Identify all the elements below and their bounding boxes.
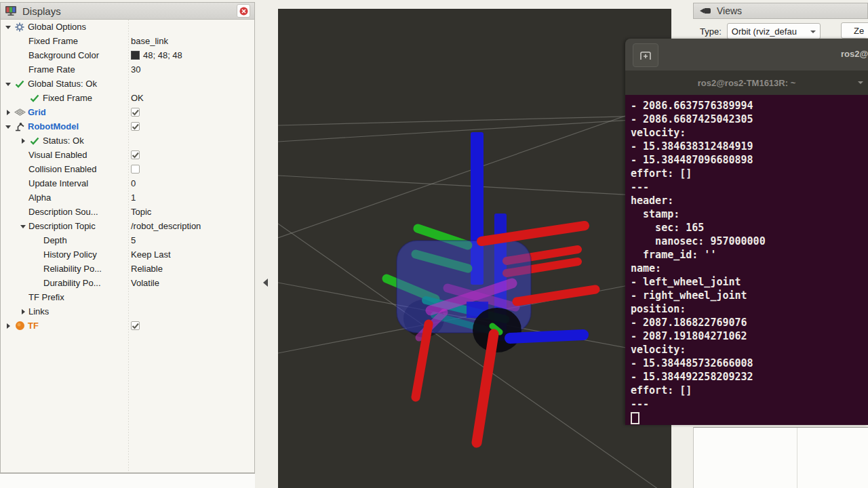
row-label: Status: Ok (43, 136, 84, 146)
expand-arrow[interactable] (20, 307, 28, 317)
property-column-divider (128, 20, 129, 472)
checkbox-checked[interactable] (131, 150, 140, 159)
row-label: Grid (28, 107, 46, 117)
enabled-checkbox[interactable] (131, 108, 140, 117)
terminal-line: --- (631, 180, 868, 194)
row-label: Frame Rate (28, 64, 75, 75)
terminal-line: - 15.384485732666008 (631, 357, 868, 370)
terminal-titlebar[interactable]: ros2@ (625, 39, 868, 70)
terminal-line: position: (631, 302, 868, 316)
expand-arrow[interactable] (20, 136, 28, 146)
expand-arrow[interactable] (5, 79, 14, 89)
new-tab-icon (639, 49, 652, 62)
terminal-line: nanosec: 957000000 (631, 235, 868, 248)
row-label: Global Options (28, 22, 86, 32)
expand-arrow[interactable] (20, 222, 28, 231)
row-label: Depth (43, 235, 67, 245)
terminal-line: velocity: (631, 343, 868, 357)
display-row-visual-enabled: Visual Enabled (1, 148, 254, 162)
panel-collapse-handle[interactable] (263, 279, 268, 287)
property-value[interactable]: Reliable (131, 264, 163, 274)
terminal-line: - 2087.186822769076 (631, 316, 868, 329)
terminal-line: - left_wheel_joint (631, 275, 868, 289)
views-panel: Views Type: Orbit (rviz_defau Ze (693, 3, 868, 39)
property-value[interactable]: 48; 48; 48 (131, 50, 182, 60)
terminal-line: - right_wheel_joint (631, 289, 868, 302)
checkbox-checked[interactable] (131, 122, 140, 131)
property-value[interactable]: Topic (131, 207, 151, 217)
arrow-spacer (20, 293, 28, 302)
expand-arrow[interactable] (5, 122, 14, 131)
property-value[interactable]: base_link (131, 36, 168, 46)
property-value[interactable]: /robot_description (131, 221, 201, 231)
new-tab-button[interactable] (633, 43, 658, 67)
property-value[interactable]: 30 (131, 64, 140, 75)
chevron-down-icon (810, 30, 816, 33)
row-label: TF Prefix (28, 292, 64, 302)
terminal-line: header: (631, 194, 868, 207)
arrow-spacer (35, 236, 43, 245)
terminal-line: --- (631, 397, 868, 411)
rviz-window: { "displays_panel": { "title": "Displays… (0, 0, 868, 488)
terminal-content[interactable]: - 2086.6637576389994- 2086.6687425042305… (625, 95, 868, 425)
view-type-value: Orbit (rviz_defau (732, 26, 797, 37)
display-row-links: Links (1, 304, 254, 319)
terminal-tabbar: ros2@ros2-TM1613R: ~ (625, 70, 868, 95)
arrow-spacer (20, 207, 28, 217)
property-value[interactable]: Keep Last (131, 249, 171, 260)
arrow-spacer (20, 51, 28, 60)
robot-icon (14, 121, 26, 132)
expand-arrow[interactable] (5, 108, 14, 117)
enabled-checkbox[interactable] (131, 321, 140, 330)
checkbox-unchecked[interactable] (131, 165, 140, 174)
checkbox-checked[interactable] (131, 321, 140, 330)
row-label: Visual Enabled (28, 150, 87, 160)
view-type-label: Type: (700, 26, 722, 37)
arrow-spacer (20, 65, 28, 75)
zero-button[interactable]: Ze (841, 22, 868, 39)
terminal-line: effort: [] (631, 384, 868, 397)
row-label: Description Sou... (28, 207, 98, 217)
terminal-line: stamp: (631, 207, 868, 221)
row-label: Fixed Frame (28, 36, 78, 46)
display-row-global-status-ok: Global Status: Ok (1, 77, 254, 91)
check-icon (28, 136, 41, 146)
property-value[interactable]: 1 (131, 192, 136, 203)
view-type-dropdown[interactable]: Orbit (rviz_defau (727, 23, 821, 39)
enabled-checkbox[interactable] (131, 122, 140, 131)
display-row-tf-prefix: TF Prefix (1, 290, 254, 304)
3d-viewport[interactable] (278, 9, 671, 488)
arrow-spacer (20, 165, 28, 174)
check-icon (14, 79, 26, 89)
property-value[interactable]: 0 (131, 178, 136, 188)
enabled-checkbox[interactable] (131, 165, 140, 174)
expand-arrow[interactable] (5, 321, 14, 331)
terminal-line: velocity: (631, 126, 868, 140)
gear-icon (14, 22, 26, 33)
enabled-checkbox[interactable] (131, 150, 140, 159)
views-list-area (693, 427, 868, 488)
terminal-line: - 15.384638312484919 (631, 140, 868, 153)
property-value[interactable]: Volatile (131, 278, 159, 288)
expand-arrow[interactable] (5, 22, 14, 32)
terminal-line: - 15.384492258209232 (631, 370, 868, 384)
terminal-tab[interactable]: ros2@ros2-TM1613R: ~ (698, 78, 796, 88)
display-row-description-topic: Description Topic/robot_description (1, 219, 254, 233)
row-label: History Policy (43, 249, 97, 260)
checkbox-checked[interactable] (131, 108, 140, 117)
tab-list-caret-icon (858, 81, 863, 84)
view-type-row: Type: Orbit (rviz_defau Ze (693, 22, 868, 40)
terminal-line: effort: [] (631, 167, 868, 180)
views-icon (699, 7, 711, 15)
display-row-fixed-frame: Fixed FrameOK (1, 91, 254, 105)
row-label: Durability Po... (43, 278, 101, 288)
row-label: Links (28, 306, 49, 317)
color-swatch (131, 51, 140, 60)
row-label: Alpha (28, 192, 51, 203)
terminal-line: - 2087.191804271062 (631, 329, 868, 343)
display-row-global-options: Global Options (1, 20, 254, 34)
display-row-robotmodel: RobotModel (1, 119, 254, 134)
terminal-line: frame_id: '' (631, 248, 868, 262)
property-value[interactable]: 5 (131, 235, 136, 245)
displays-close-button[interactable] (237, 4, 250, 18)
